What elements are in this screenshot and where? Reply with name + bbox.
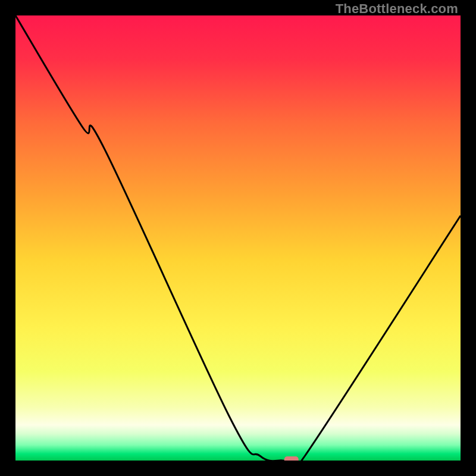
plot-area	[15, 15, 461, 461]
chart-frame: TheBottleneck.com	[0, 0, 476, 476]
optimal-marker	[284, 456, 299, 461]
watermark-text: TheBottleneck.com	[336, 1, 458, 17]
bottleneck-chart	[15, 15, 461, 461]
gradient-background	[15, 15, 461, 461]
